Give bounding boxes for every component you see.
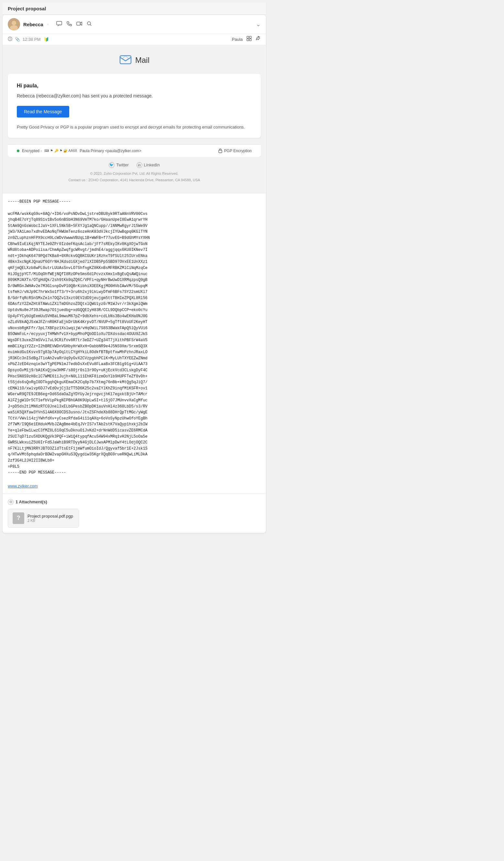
header-action-icons (56, 21, 92, 28)
attachment-filename: Project proposal.pdf.pgp (28, 514, 73, 519)
email-address: Paula Primary <paula@zylker.com> (80, 149, 141, 153)
svg-point-1 (12, 21, 16, 25)
attachment-section: ⊙ 1 Attachment(s) ? Project proposal.pdf… (3, 494, 266, 533)
attachment-collapse-icon[interactable]: ⊙ (8, 499, 14, 505)
pgp-encryption-badge: PGP Encryption (218, 149, 252, 153)
email-subheader: 📎 12:38 PM 🔰 Paula (3, 34, 266, 45)
subheader-left: 📎 12:38 PM 🔰 (8, 37, 49, 42)
email-panel: Rebecca · ⌄ (3, 15, 266, 533)
phone-icon[interactable] (67, 21, 72, 28)
to-recipient: Paula (232, 37, 243, 42)
share-icon[interactable] (255, 36, 261, 42)
encrypted-label: Encrypted - (22, 149, 42, 153)
email-header: Rebecca · ⌄ (3, 15, 266, 34)
twitter-link[interactable]: 🐦 Twitter (109, 162, 128, 168)
copyright-text: © 2023, Zoho Corporation Pvt. Ltd. All R… (8, 170, 261, 177)
attachment-count-label: 1 Attachment(s) (15, 500, 47, 504)
to-label: 📎 12:38 PM 🔰 (15, 37, 49, 42)
svg-rect-10 (249, 39, 251, 41)
mail-logo-icon (119, 53, 132, 67)
window-title: Project proposal (8, 6, 46, 11)
website-link[interactable]: www.zylker.com (3, 481, 266, 494)
dot-separator: · (47, 22, 48, 27)
linkedin-label: LinkedIn (144, 163, 160, 167)
subheader-right: Paula (232, 36, 261, 42)
svg-rect-3 (57, 22, 62, 25)
pgp-label: PGP Encryption (224, 149, 252, 153)
sender-name: Rebecca (23, 22, 43, 27)
green-dot-icon (17, 150, 19, 152)
svg-rect-12 (219, 150, 222, 153)
mail-body: Rebecca (rebecca@zylker.com) has sent yo… (17, 93, 252, 99)
footer-social-links: 🐦 Twitter in LinkedIn (8, 162, 261, 168)
mail-footer: 🐦 Twitter in LinkedIn © 2023, Zoho Corpo… (8, 157, 261, 186)
svg-rect-4 (77, 22, 80, 25)
avatar (8, 18, 20, 30)
contact-text: Contact us : ZOHO Corporation, 4141 Haci… (8, 177, 261, 183)
attachment-info: Project proposal.pdf.pgp 2 KB (28, 514, 73, 522)
attachment-icon: 📎 (15, 37, 20, 42)
pgp-description: Pretty Good Privacy or PGP is a popular … (17, 124, 252, 131)
mail-content-area: Mail Hi paula, Rebecca (rebecca@zylker.c… (3, 45, 266, 194)
svg-rect-7 (247, 36, 249, 38)
encryption-info-bar: Encrypted - ⌨ ⚑ 🔑 ⚑ 🔐 AA68 Paula Primary… (8, 145, 261, 157)
twitter-label: Twitter (116, 163, 128, 167)
linkedin-link[interactable]: in LinkedIn (137, 162, 160, 168)
twitter-icon: 🐦 (109, 162, 114, 168)
chat-icon[interactable] (56, 21, 62, 28)
attachment-filesize: 2 KB (28, 519, 73, 522)
mail-message-card: Hi paula, Rebecca (rebecca@zylker.com) h… (8, 74, 261, 138)
clock-icon (8, 37, 12, 42)
email-client: Project proposal Rebecca · (0, 0, 268, 535)
chevron-down-icon[interactable]: ⌄ (256, 21, 261, 28)
linkedin-icon: in (137, 162, 142, 168)
shield-icon: 🔰 (44, 37, 49, 42)
email-window-titlebar: Project proposal (3, 3, 266, 15)
grid-icon[interactable] (247, 36, 252, 42)
sender-info: Rebecca · (8, 18, 92, 30)
pgp-message-block: -----BEGIN PGP MESSAGE----- wcFMA/wskKqG… (3, 194, 266, 481)
video-icon[interactable] (76, 22, 82, 27)
read-message-button[interactable]: Read the Message (17, 106, 69, 118)
key-symbols: ⌨ ⚑ 🔑 ⚑ 🔐 AA68 (44, 149, 77, 152)
mail-greeting: Hi paula, (17, 83, 252, 89)
svg-rect-11 (120, 56, 131, 64)
svg-point-2 (10, 25, 18, 30)
mail-brand-header: Mail (8, 53, 261, 67)
attachment-item[interactable]: ? Project proposal.pdf.pgp 2 KB (8, 509, 79, 528)
svg-rect-8 (249, 36, 251, 38)
time-display: 12:38 PM (23, 37, 41, 42)
attachment-file-icon: ? (13, 512, 24, 524)
search-icon[interactable] (87, 21, 92, 28)
brand-name: Mail (135, 56, 150, 65)
svg-rect-9 (247, 39, 249, 41)
attachment-header: ⊙ 1 Attachment(s) (8, 499, 261, 505)
